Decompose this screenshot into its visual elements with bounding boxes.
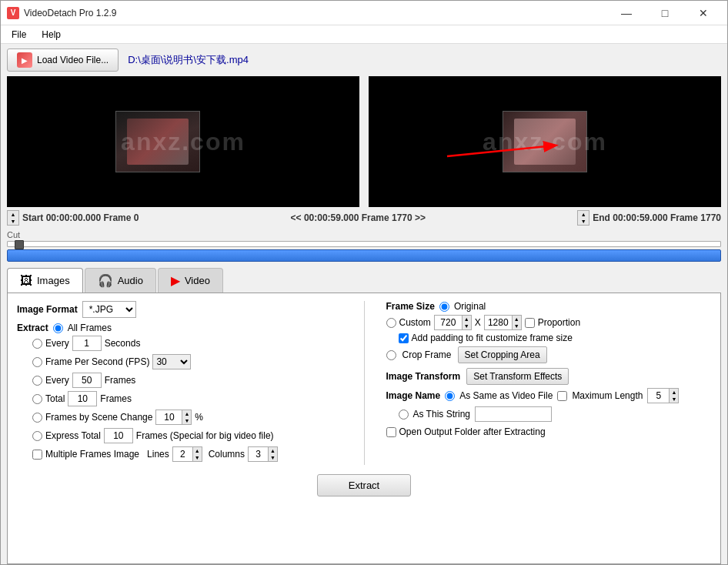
maxlen-up-btn[interactable]: ▲ (670, 389, 678, 396)
frame-controls-bar: ▲ ▼ Start 00:00:00.000 Frame 0 << 00:00:… (1, 207, 727, 229)
express-radio[interactable] (32, 431, 42, 441)
fps-radio[interactable] (32, 357, 42, 367)
set-transform-button[interactable]: Set Transform Effects (466, 368, 569, 385)
lines-down-btn[interactable]: ▼ (193, 454, 202, 461)
maxlen-input[interactable] (647, 388, 669, 403)
scene-up-btn[interactable]: ▲ (182, 410, 191, 417)
lines-up-btn[interactable]: ▲ (193, 447, 202, 454)
open-folder-check[interactable] (386, 427, 396, 437)
seconds-input[interactable] (72, 336, 102, 351)
tab-images[interactable]: 🖼 Images (7, 268, 83, 293)
tab-audio[interactable]: 🎧 Audio (85, 268, 156, 293)
custom-h-input[interactable] (484, 315, 512, 330)
content-inner: Image Format *.JPG Extract All Frames Ev… (17, 301, 711, 465)
maximize-button[interactable]: □ (647, 2, 683, 24)
minimize-button[interactable]: — (609, 2, 644, 24)
col-divider (364, 301, 365, 465)
h-down-btn[interactable]: ▼ (513, 323, 521, 329)
start-up-btn[interactable]: ▲ (8, 211, 18, 218)
close-button[interactable]: ✕ (686, 2, 721, 24)
audio-icon: 🎧 (98, 273, 113, 288)
as-video-radio[interactable] (445, 391, 455, 401)
padding-check[interactable] (399, 333, 409, 343)
extract-button[interactable]: Extract (317, 474, 411, 496)
end-down-btn[interactable]: ▼ (578, 218, 589, 225)
tab-video-label: Video (185, 275, 210, 286)
video-panel-right: anxz.com (369, 76, 721, 207)
as-string-radio[interactable] (399, 410, 409, 420)
proportion-check[interactable] (525, 318, 535, 328)
multi-frames-row: Multiple Frames Image Lines ▲ ▼ Columns (17, 446, 342, 462)
express-label: Express Total (45, 430, 101, 441)
frames-input[interactable] (72, 373, 102, 388)
end-spinner: ▲ ▼ (577, 210, 589, 226)
tabs-area: 🖼 Images 🎧 Audio ▶ Video (1, 262, 727, 293)
custom-w-input[interactable] (434, 315, 462, 330)
w-up-btn[interactable]: ▲ (463, 316, 471, 323)
as-string-input[interactable] (475, 406, 552, 422)
format-select[interactable]: *.JPG (82, 301, 136, 318)
lines-input[interactable] (172, 446, 192, 462)
toolbar: ▶ Load Video File... D:\桌面\说明书\安下载.mp4 (1, 44, 727, 76)
imgname-row2: As This String (386, 406, 712, 422)
file-path: D:\桌面\说明书\安下载.mp4 (128, 53, 249, 67)
end-up-btn[interactable]: ▲ (578, 211, 589, 218)
main-window: V VideoDetach Pro 1.2.9 — □ ✕ File Help … (0, 0, 728, 565)
scene-input[interactable] (155, 410, 182, 425)
total-radio[interactable] (32, 394, 42, 404)
all-frames-label: All Frames (68, 323, 112, 333)
load-video-button[interactable]: ▶ Load Video File... (7, 48, 119, 72)
original-radio[interactable] (439, 302, 449, 312)
cut-slider-thumb[interactable] (15, 240, 24, 249)
extract-label-row: Extract All Frames (17, 323, 342, 333)
express-input[interactable] (104, 428, 133, 443)
all-frames-radio[interactable] (53, 323, 63, 333)
as-string-label: As This String (413, 409, 470, 420)
every-frames-radio[interactable] (32, 376, 42, 386)
menu-file[interactable]: File (4, 28, 34, 42)
left-column: Image Format *.JPG Extract All Frames Ev… (17, 301, 342, 465)
video-icon: ▶ (171, 273, 180, 288)
columns-input[interactable] (248, 446, 268, 462)
transform-row: Image Transform Set Transform Effects (386, 368, 712, 385)
cut-label: Cut (7, 230, 721, 239)
maxlen-check-label: Maximum Length (572, 390, 643, 401)
scene-down-btn[interactable]: ▼ (182, 417, 191, 424)
every-seconds-radio[interactable] (32, 339, 42, 349)
tab-video[interactable]: ▶ Video (158, 268, 223, 293)
load-icon: ▶ (17, 52, 32, 68)
every-frames-row: Every Frames (17, 373, 342, 388)
custom-radio[interactable] (386, 318, 396, 328)
right-column: Frame Size Original Custom ▲ ▼ X (386, 301, 712, 465)
w-down-btn[interactable]: ▼ (463, 323, 471, 329)
custom-row: Custom ▲ ▼ X ▲ ▼ (386, 315, 712, 330)
fps-label: Frame Per Second (FPS) (45, 356, 149, 367)
cut-slider-track[interactable] (7, 241, 721, 247)
set-cropping-button[interactable]: Set Cropping Area (458, 346, 547, 363)
total-input[interactable] (68, 391, 97, 406)
start-down-btn[interactable]: ▼ (8, 218, 18, 225)
multi-frames-check[interactable] (32, 450, 42, 460)
maxlen-down-btn[interactable]: ▼ (670, 396, 678, 403)
custom-label: Custom (399, 317, 431, 328)
scene-row: Frames by Scene Change ▲ ▼ % (17, 410, 342, 425)
start-spinner: ▲ ▼ (7, 210, 19, 226)
video-area: anxz.com anxz.com (1, 76, 727, 207)
fps-select[interactable]: 3024151 (152, 354, 191, 369)
crop-radio[interactable] (386, 350, 396, 360)
as-video-label: As Same as Video File (459, 390, 553, 401)
cut-area: Cut (1, 229, 727, 262)
h-up-btn[interactable]: ▲ (513, 316, 521, 323)
scene-radio[interactable] (32, 413, 42, 423)
cols-down-btn[interactable]: ▼ (269, 454, 277, 461)
extract-btn-area: Extract (17, 466, 711, 504)
total-unit: Frames (100, 393, 132, 404)
menu-help[interactable]: Help (34, 28, 68, 42)
cols-up-btn[interactable]: ▲ (269, 447, 277, 454)
frames-unit: Frames (105, 375, 136, 386)
maxlen-check[interactable] (557, 391, 567, 401)
transform-label: Image Transform (386, 371, 461, 382)
tab-audio-label: Audio (118, 275, 143, 286)
arrow-indicator (439, 139, 563, 165)
imgname-row1: Image Name As Same as Video File Maximum… (386, 388, 712, 403)
